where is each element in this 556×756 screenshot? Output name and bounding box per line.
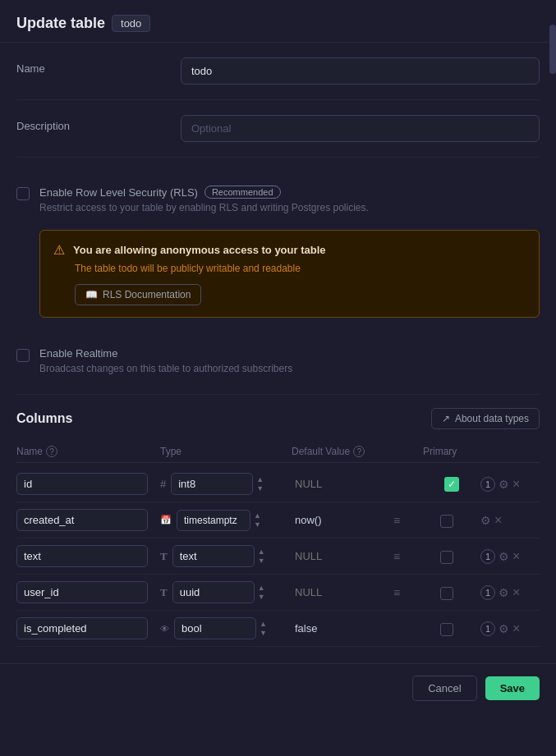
rls-row: Enable Row Level Security (RLS) Recommen… xyxy=(16,171,540,220)
modal-content: Name Description Enable Row Level Securi… xyxy=(0,43,556,663)
default-menu-icon[interactable]: ≡ xyxy=(393,586,400,599)
col-name-input[interactable] xyxy=(16,509,148,531)
table-row: T ▲▼ ≡ 1 ⚙ × xyxy=(16,538,540,575)
col-type-input[interactable] xyxy=(174,617,256,639)
book-icon: 📖 xyxy=(85,289,98,300)
order-badge: 1 xyxy=(480,585,495,600)
name-help-icon[interactable]: ? xyxy=(46,446,57,457)
col-name-input[interactable] xyxy=(16,545,148,567)
col-type-cell: T ▲▼ xyxy=(160,581,292,603)
col-primary-cell xyxy=(423,585,480,600)
col-type-cell: 👁 ▲▼ xyxy=(160,617,292,639)
realtime-label-text: Enable Realtime xyxy=(39,347,117,360)
save-button[interactable]: Save xyxy=(485,676,540,700)
primary-checked-icon: ✓ xyxy=(444,477,459,492)
th-primary: Primary xyxy=(423,446,480,457)
gear-icon[interactable]: ⚙ xyxy=(499,586,509,599)
scrollbar-track xyxy=(549,0,556,756)
realtime-checkbox[interactable] xyxy=(16,349,30,362)
col-name-cell xyxy=(16,473,160,495)
gear-icon[interactable]: ⚙ xyxy=(499,550,509,563)
col-default-input[interactable] xyxy=(292,582,390,603)
col-type-cell: T ▲▼ xyxy=(160,545,292,567)
realtime-label: Enable Realtime xyxy=(39,347,540,360)
col-actions-cell: 1 ⚙ × xyxy=(480,585,526,600)
description-input[interactable] xyxy=(181,115,540,142)
gear-icon[interactable]: ⚙ xyxy=(499,478,509,491)
rls-doc-button[interactable]: 📖 RLS Documentation xyxy=(75,284,201,305)
order-badge: 1 xyxy=(480,549,495,564)
col-type-input[interactable] xyxy=(172,581,255,603)
close-icon[interactable]: × xyxy=(512,621,520,636)
columns-title: Columns xyxy=(16,411,72,426)
close-icon[interactable]: × xyxy=(512,477,520,492)
type-arrows[interactable]: ▲▼ xyxy=(256,475,264,493)
th-default: Default Value ? xyxy=(292,446,423,457)
realtime-row: Enable Realtime Broadcast changes on thi… xyxy=(16,332,540,381)
type-text-icon: T xyxy=(160,586,168,599)
type-arrows[interactable]: ▲▼ xyxy=(258,548,265,565)
type-text-icon: T xyxy=(160,550,168,563)
primary-checkbox[interactable] xyxy=(440,623,453,636)
type-arrows[interactable]: ▲▼ xyxy=(260,620,267,637)
col-actions-cell: ⚙ × xyxy=(480,513,526,528)
col-name-input[interactable] xyxy=(16,473,148,495)
columns-header: Columns ↗ About data types xyxy=(16,408,540,429)
primary-checkbox[interactable] xyxy=(440,515,453,528)
default-help-icon[interactable]: ? xyxy=(353,446,365,457)
close-icon[interactable]: × xyxy=(494,513,502,528)
th-actions xyxy=(480,446,526,457)
col-name-cell xyxy=(16,509,160,531)
col-type-input[interactable] xyxy=(177,510,250,531)
modal-header: Update table todo xyxy=(0,0,556,43)
modal-footer: Cancel Save xyxy=(0,663,556,712)
col-type-cell: 📅 ▲▼ xyxy=(160,510,292,531)
scrollbar-thumb[interactable] xyxy=(549,25,556,74)
col-default-cell: ≡ xyxy=(292,510,423,530)
rls-checkbox[interactable] xyxy=(16,187,30,200)
col-primary-cell xyxy=(423,549,480,564)
table-name-badge: todo xyxy=(112,15,150,32)
rls-label-row: Enable Row Level Security (RLS) Recommen… xyxy=(39,186,540,199)
close-icon[interactable]: × xyxy=(512,585,520,600)
th-name: Name ? xyxy=(16,446,160,457)
col-default-input[interactable] xyxy=(292,546,390,566)
name-label: Name xyxy=(16,57,181,75)
name-input[interactable] xyxy=(181,57,540,85)
realtime-section: Enable Realtime Broadcast changes on thi… xyxy=(16,332,540,395)
col-actions-cell: 1 ⚙ × xyxy=(480,549,526,564)
rls-label-text: Enable Row Level Security (RLS) xyxy=(39,186,198,199)
primary-checkbox[interactable] xyxy=(440,587,453,600)
gear-icon[interactable]: ⚙ xyxy=(499,622,509,635)
col-default-cell xyxy=(292,474,423,494)
cancel-button[interactable]: Cancel xyxy=(412,676,476,701)
primary-checkbox[interactable] xyxy=(440,551,453,564)
col-name-input[interactable] xyxy=(16,581,148,603)
rls-content: Enable Row Level Security (RLS) Recommen… xyxy=(39,186,540,213)
close-icon[interactable]: × xyxy=(512,549,520,564)
col-default-input[interactable] xyxy=(292,474,390,494)
default-menu-icon[interactable]: ≡ xyxy=(393,514,400,527)
type-arrows[interactable]: ▲▼ xyxy=(258,584,265,601)
col-name-input[interactable] xyxy=(16,617,148,639)
col-default-cell: ≡ xyxy=(292,582,423,603)
col-actions-cell: 1 ⚙ × xyxy=(480,477,526,492)
col-actions-cell: 1 ⚙ × xyxy=(480,621,526,636)
data-types-button[interactable]: ↗ About data types xyxy=(431,408,540,429)
col-type-input[interactable] xyxy=(172,545,255,567)
default-menu-icon[interactable]: ≡ xyxy=(393,550,400,563)
rls-section: Enable Row Level Security (RLS) Recommen… xyxy=(16,158,540,318)
type-arrows[interactable]: ▲▼ xyxy=(254,511,261,529)
gear-icon[interactable]: ⚙ xyxy=(480,514,491,527)
col-default-input[interactable] xyxy=(292,618,390,639)
external-link-icon: ↗ xyxy=(442,413,450,424)
warning-title: You are allowing anonymous access to you… xyxy=(73,244,326,256)
col-primary-cell xyxy=(423,621,480,636)
col-name-cell xyxy=(16,581,160,603)
col-type-input[interactable] xyxy=(171,473,253,495)
col-default-input[interactable] xyxy=(292,510,390,530)
warning-header: ⚠ You are allowing anonymous access to y… xyxy=(53,242,526,258)
col-name-cell xyxy=(16,545,160,567)
warning-icon: ⚠ xyxy=(53,242,65,258)
table-row: T ▲▼ ≡ 1 ⚙ × xyxy=(16,575,540,611)
